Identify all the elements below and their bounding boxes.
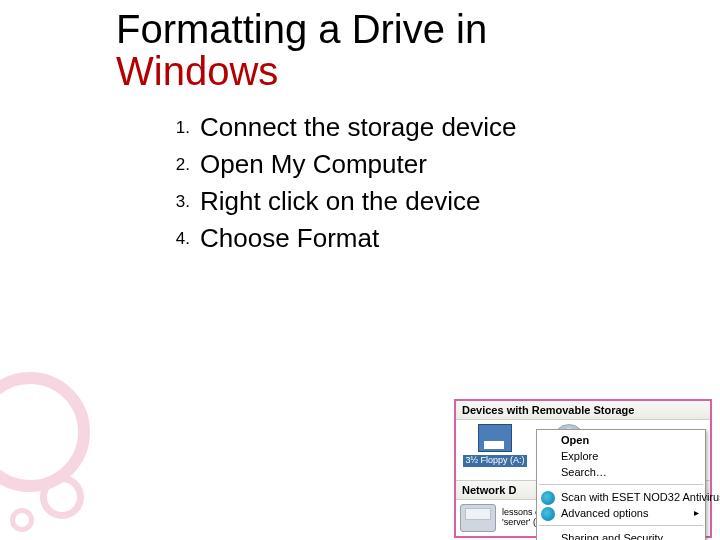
deco-ring — [0, 372, 90, 492]
server-icon — [460, 504, 496, 532]
menu-separator — [539, 484, 703, 485]
menu-search[interactable]: Search… — [537, 464, 705, 480]
eset-icon — [541, 491, 555, 505]
list-text: Right click on the device — [200, 184, 480, 219]
devices-header: Devices with Removable Storage — [456, 401, 710, 420]
context-menu: Open Explore Search… Scan with ESET NOD3… — [536, 429, 706, 540]
device-floppy[interactable]: 3½ Floppy (A:) — [460, 424, 530, 467]
slide-title: Formatting a Drive in Windows — [116, 8, 636, 92]
list-number: 4. — [150, 221, 200, 256]
deco-ring — [40, 475, 84, 519]
menu-explore[interactable]: Explore — [537, 448, 705, 464]
title-part2: Windows — [116, 49, 278, 93]
menu-open[interactable]: Open — [537, 432, 705, 448]
list-text: Connect the storage device — [200, 110, 517, 145]
list-item: 2.Open My Computer — [150, 147, 517, 182]
list-number: 3. — [150, 184, 200, 219]
list-item: 4.Choose Format — [150, 221, 517, 256]
menu-advanced-options[interactable]: Advanced options — [537, 505, 705, 521]
floppy-icon — [478, 424, 512, 452]
device-label: 3½ Floppy (A:) — [463, 455, 526, 467]
list-number: 2. — [150, 147, 200, 182]
menu-sharing[interactable]: Sharing and Security… — [537, 530, 705, 540]
list-item: 3.Right click on the device — [150, 184, 517, 219]
deco-ring — [10, 508, 34, 532]
explorer-panel: Devices with Removable Storage 3½ Floppy… — [454, 399, 712, 538]
list-item: 1.Connect the storage device — [150, 110, 517, 145]
step-list: 1.Connect the storage device 2.Open My C… — [150, 110, 517, 258]
eset-icon — [541, 507, 555, 521]
menu-separator — [539, 525, 703, 526]
menu-eset-scan[interactable]: Scan with ESET NOD32 Antivirus — [537, 489, 705, 505]
list-text: Open My Computer — [200, 147, 427, 182]
list-number: 1. — [150, 110, 200, 145]
list-text: Choose Format — [200, 221, 379, 256]
title-part1: Formatting a Drive in — [116, 7, 487, 51]
